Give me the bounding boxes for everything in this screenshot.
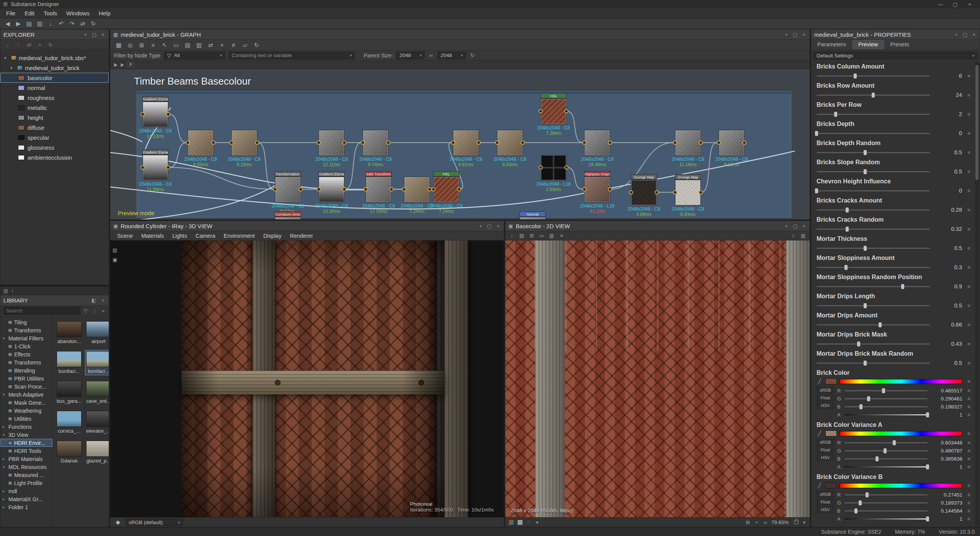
parameter-value[interactable]: 0.5 xyxy=(933,360,962,366)
caret-icon[interactable]: ▸ xyxy=(3,425,7,429)
library-thumbnail[interactable]: bonifaci... xyxy=(56,350,82,375)
graph-node[interactable]: Gradient (Dynamic) 2048x2048 - C8 11.99m… xyxy=(143,155,168,192)
caret-icon[interactable]: ▾ xyxy=(3,465,7,469)
view2d-toolbar-icon[interactable]: ≡ xyxy=(558,232,565,239)
library-tree-item[interactable]: ▸ PBR Materials xyxy=(0,455,52,463)
output-row[interactable]: ambientocclusion xyxy=(0,152,109,162)
hue-bar[interactable] xyxy=(840,483,962,488)
slider-handle[interactable] xyxy=(882,388,885,393)
color-mode-button[interactable]: HSV xyxy=(817,506,834,513)
color-swatch[interactable] xyxy=(825,482,837,489)
close-button[interactable]: × xyxy=(962,2,977,7)
parameter-value[interactable]: 0.5 xyxy=(933,302,962,309)
function-icon[interactable]: ≡ xyxy=(965,245,973,251)
library-tree-item[interactable]: HDRI Tools xyxy=(0,447,52,455)
parent-width-dropdown[interactable]: 2048▾ xyxy=(396,52,425,59)
color-mode-button[interactable]: HSV xyxy=(817,402,834,409)
graph-node[interactable]: 2048x2048 - C8 9.74ms xyxy=(363,130,388,167)
library-tree-item[interactable]: Measured ... xyxy=(0,471,52,479)
expand-icon[interactable]: » xyxy=(101,308,106,314)
library-tree-item[interactable]: Light Profile xyxy=(0,479,52,487)
library-tab-icon[interactable]: ▤ xyxy=(3,288,8,294)
view2d-toolbar-icon[interactable]: ↓ xyxy=(508,232,515,239)
function-icon[interactable]: ≡ xyxy=(965,379,973,384)
parameter-value[interactable]: 0.43 xyxy=(933,341,962,347)
function-icon[interactable]: ≡ xyxy=(965,456,973,462)
explorer-toolbar-icon[interactable]: ↓ xyxy=(4,41,11,49)
caret-icon[interactable]: ▾ xyxy=(3,392,7,397)
channel-value[interactable]: 1 xyxy=(930,516,962,522)
menu-item[interactable]: Edit xyxy=(20,9,39,18)
function-icon[interactable]: ≡ xyxy=(965,500,973,506)
explorer-toolbar-icon[interactable]: × xyxy=(36,41,43,49)
slider-handle[interactable] xyxy=(926,516,929,521)
pin-icon[interactable]: + xyxy=(954,32,959,38)
explorer-toolbar-icon[interactable]: ⇄ xyxy=(26,41,33,49)
color-mode-button[interactable]: Float xyxy=(817,498,834,505)
slider-handle[interactable] xyxy=(846,227,849,232)
lock-icon[interactable] xyxy=(794,521,799,524)
library-tree-item[interactable]: ▸ MaterialX Gr... xyxy=(0,495,52,503)
function-icon[interactable]: ≡ xyxy=(965,284,973,289)
parameter-slider[interactable] xyxy=(817,75,930,77)
function-icon[interactable]: ≡ xyxy=(965,483,973,489)
graph-toolbar-icon[interactable]: ↻ xyxy=(252,41,261,49)
parameter-slider[interactable] xyxy=(817,305,930,306)
graph-toolbar-icon[interactable]: ≡ xyxy=(149,41,158,49)
function-icon[interactable]: ≡ xyxy=(965,73,973,79)
float-icon[interactable]: ▢ xyxy=(792,223,799,229)
parameter-value[interactable]: 0.3 xyxy=(933,264,962,270)
slider-handle[interactable] xyxy=(867,396,870,401)
slider-handle[interactable] xyxy=(864,169,867,174)
channel-slider[interactable] xyxy=(844,406,928,407)
graph-node[interactable]: 2048x2048 - C8 11.18ms xyxy=(675,130,701,167)
library-tab-icon[interactable]: i xyxy=(12,288,13,294)
slider-handle[interactable] xyxy=(875,456,879,461)
channel-alpha-icon[interactable] xyxy=(526,520,532,525)
graph-node[interactable]: 2048x2048 - C8 9.15ms xyxy=(232,130,257,167)
channel-value[interactable]: 0.385636 xyxy=(930,456,962,462)
parameter-slider[interactable] xyxy=(817,343,930,345)
channel-value[interactable]: 0.27451 xyxy=(930,492,962,498)
graph-toolbar-icon[interactable]: ↖ xyxy=(160,41,169,49)
eyedropper-icon[interactable]: ╱ xyxy=(817,430,823,436)
parent-height-dropdown[interactable]: 2048▾ xyxy=(438,52,466,59)
library-edit-icon[interactable]: + xyxy=(100,297,106,303)
channel-value[interactable]: 1 xyxy=(930,464,962,470)
toolbar-icon[interactable]: ◀ xyxy=(3,20,12,28)
function-icon[interactable]: ≡ xyxy=(965,492,973,498)
view3d-menu-item[interactable]: Camera xyxy=(192,232,219,240)
graph-toolbar-icon[interactable]: ⇄ xyxy=(206,41,215,49)
color-mode-button[interactable]: sRGB xyxy=(817,491,834,497)
slider-handle[interactable] xyxy=(866,492,869,497)
channel-value[interactable]: 0.198327 xyxy=(930,404,962,410)
channel-rgb-icon[interactable] xyxy=(508,520,514,525)
library-thumbnail[interactable]: elevator_... xyxy=(85,410,109,435)
view3d-menu-item[interactable]: Environment xyxy=(220,232,258,240)
function-icon[interactable]: ≡ xyxy=(965,169,973,175)
graph-toolbar-icon[interactable]: ▱ xyxy=(240,41,250,49)
library-thumbnail[interactable]: abandon... xyxy=(56,320,82,345)
menu-item[interactable]: Help xyxy=(94,9,115,18)
library-tree-item[interactable]: PBR Utilities xyxy=(0,374,52,382)
float-icon[interactable]: ▢ xyxy=(486,223,493,229)
slider-handle[interactable] xyxy=(879,322,882,327)
caret-down-icon[interactable]: ▾ xyxy=(4,56,9,60)
parameter-value[interactable]: 24 xyxy=(933,92,962,98)
function-icon[interactable]: ≡ xyxy=(965,360,973,366)
graph-node[interactable]: Normal xyxy=(520,217,545,219)
function-icon[interactable]: ≡ xyxy=(965,431,973,436)
properties-tab[interactable]: Parameters xyxy=(811,40,852,49)
refresh-icon[interactable]: ↻ xyxy=(469,52,476,58)
view2d-toolbar-icon[interactable]: ▭ xyxy=(538,232,545,239)
output-row[interactable]: normal xyxy=(0,83,109,93)
channel-slider[interactable] xyxy=(844,450,928,451)
library-thumbnail[interactable]: bonifaci... xyxy=(85,350,109,375)
slider-handle[interactable] xyxy=(857,342,860,346)
library-thumbnail[interactable]: corsica_... xyxy=(56,410,82,435)
toolbar-icon[interactable]: ↶ xyxy=(57,20,66,28)
package-row[interactable]: ▾ medieval_tudor_brick.sbs* xyxy=(0,53,109,63)
hue-bar[interactable] xyxy=(840,379,962,384)
slider-handle[interactable] xyxy=(884,448,887,453)
library-thumbnail[interactable]: bus_gara... xyxy=(56,380,82,405)
